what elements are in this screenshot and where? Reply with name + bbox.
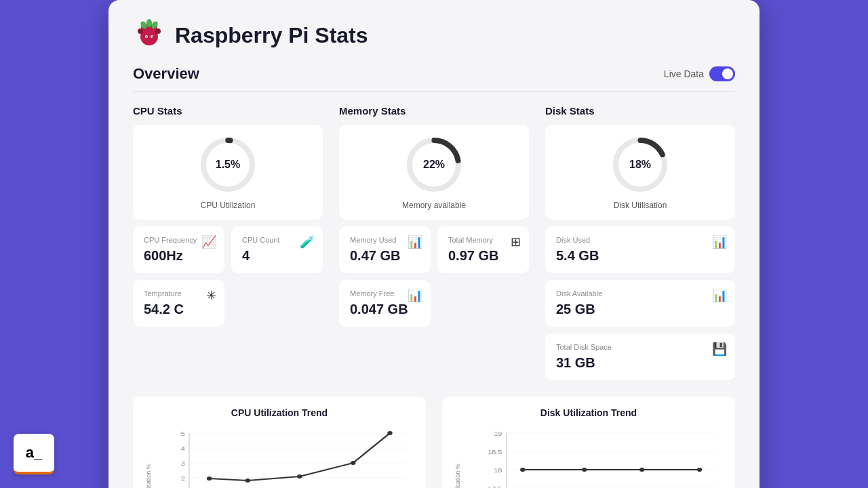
live-data-label: Live Data [664,68,704,79]
svg-text:17.5: 17.5 [488,485,502,488]
disk-used-label: Disk Used [556,236,724,244]
svg-text:2: 2 [181,475,186,482]
disk-available-value: 25 GB [556,302,724,317]
svg-point-33 [245,479,250,483]
total-disk-label: Total Disk Space [556,343,724,351]
disk-section-title: Disk Stats [545,105,735,117]
memory-donut-wrapper: 22% [403,134,465,195]
app-window: Raspberry Pi Stats Overview Live Data CP… [108,0,760,488]
memory-section-title: Memory Stats [339,105,529,117]
live-data-toggle[interactable] [709,66,735,81]
memory-available-value: 22% [423,159,445,171]
svg-point-12 [152,37,153,38]
memory-free-card: Memory Free 0.047 GB 📊 [339,280,431,327]
disk-chart-svg: 19 18.5 18 17.5 17 [477,426,724,488]
charts-grid: CPU Utilization Trend Utilisation % 5 4 … [133,396,735,488]
memory-stat-cards: 22% Memory available Memory Used 0.47 GB… [339,125,529,327]
raspberry-pi-icon [133,19,165,52]
svg-text:18.5: 18.5 [488,449,502,455]
svg-point-36 [387,431,392,435]
total-memory-label: Total Memory [448,236,518,244]
disk-stat-cards: 18% Disk Utilisation Disk Used 5.4 GB 📊 … [545,125,735,380]
save-icon: 💾 [712,342,727,357]
svg-text:19: 19 [494,430,502,437]
disk-chart-area: Utilisation % 19 18.5 18 17.5 17 [453,426,724,488]
cpu-chart-area: Utilisation % 5 4 3 2 1 0 [144,426,415,488]
memory-used-card: Memory Used 0.47 GB 📊 [339,226,431,273]
terminal-label: a_ [26,444,42,462]
disk-stats-section: Disk Stats 18% Disk Utilisation Disk [545,105,735,380]
section-header: Overview Live Data [133,65,735,83]
disk-available-label: Disk Available [556,289,724,298]
svg-text:18: 18 [494,467,502,474]
total-disk-value: 31 GB [556,355,724,371]
cpu-frequency-value: 600Hz [144,248,214,264]
terminal-badge[interactable]: a_ [14,434,54,474]
svg-text:3: 3 [181,460,186,467]
live-data-row: Live Data [664,66,735,81]
disk-used-icon: 📊 [712,235,727,249]
section-divider [133,91,735,92]
cpu-utilization-value: 1.5% [216,159,240,171]
bar-chart-icon: 📊 [408,235,422,249]
cpu-temperature-value: 54.2 C [144,302,214,317]
disk-used-card: Disk Used 5.4 GB 📊 [545,226,735,273]
svg-point-11 [146,37,148,38]
app-title: Raspberry Pi Stats [175,23,368,48]
svg-point-7 [146,19,152,27]
cpu-temperature-label: Temprature [144,289,214,298]
cpu-count-value: 4 [242,248,312,264]
disk-available-icon: 📊 [712,288,727,303]
cpu-utilization-label: CPU Utilization [201,201,256,210]
overview-title: Overview [133,65,199,83]
grid-icon: ⊞ [511,235,521,249]
svg-point-52 [697,468,702,472]
cpu-chart-title: CPU Utilization Trend [144,407,415,418]
svg-point-51 [639,468,644,472]
total-memory-value: 0.97 GB [448,248,518,264]
svg-point-32 [207,476,212,481]
disk-y-axis-label: Utilisation % [454,464,461,488]
total-disk-card: Total Disk Space 31 GB 💾 [545,333,735,380]
disk-chart-container: Disk Utilization Trend Utilisation % 19 … [442,396,735,488]
trend-icon: 📈 [201,235,216,249]
svg-text:4: 4 [181,445,186,452]
cpu-frequency-card: CPU Frequency 600Hz 📈 [133,226,224,273]
cpu-section-title: CPU Stats [133,105,323,117]
cpu-chart-svg: 5 4 3 2 1 0 [164,426,415,488]
snowflake-icon: ✳ [206,288,216,303]
svg-text:5: 5 [181,430,186,437]
cpu-stat-cards: 1.5% CPU Utilization CPU Frequency 600Hz… [133,125,323,327]
svg-point-35 [351,461,355,465]
cpu-count-card: CPU Count 4 🧪 [231,226,323,273]
flask-icon: 🧪 [300,235,315,249]
svg-point-4 [138,28,143,34]
header: Raspberry Pi Stats [133,19,735,52]
cpu-chart-container: CPU Utilization Trend Utilisation % 5 4 … [133,396,426,488]
cpu-temperature-card: Temprature 54.2 C ✳ [133,280,224,327]
svg-point-50 [582,468,587,472]
memory-available-card: 22% Memory available [339,125,529,220]
disk-utilisation-card: 18% Disk Utilisation [545,125,735,220]
cpu-utilization-card: 1.5% CPU Utilization [133,125,323,220]
memory-used-value: 0.47 GB [350,248,420,264]
disk-available-card: Disk Available 25 GB 📊 [545,280,735,327]
cpu-stats-section: CPU Stats 1.5% CPU Utilization CPU Fr [133,105,323,380]
memory-stats-section: Memory Stats 22% Memory available Mem [339,105,529,380]
memory-free-value: 0.047 GB [350,302,420,317]
disk-chart-title: Disk Utilization Trend [453,407,724,418]
memory-available-label: Memory available [402,201,466,210]
memory-free-icon: 📊 [408,288,422,303]
disk-donut-wrapper: 18% [610,134,671,195]
svg-point-5 [155,28,161,34]
disk-utilisation-label: Disk Utilisation [614,201,667,210]
svg-point-49 [520,468,525,472]
svg-point-34 [297,474,302,479]
disk-utilisation-value: 18% [629,159,651,171]
total-memory-card: Total Memory 0.97 GB ⊞ [437,226,529,273]
cpu-donut-wrapper: 1.5% [197,134,258,195]
disk-used-value: 5.4 GB [556,248,724,264]
cpu-y-axis-label: Utilisation % [145,464,152,488]
stats-grid: CPU Stats 1.5% CPU Utilization CPU Fr [133,105,735,380]
